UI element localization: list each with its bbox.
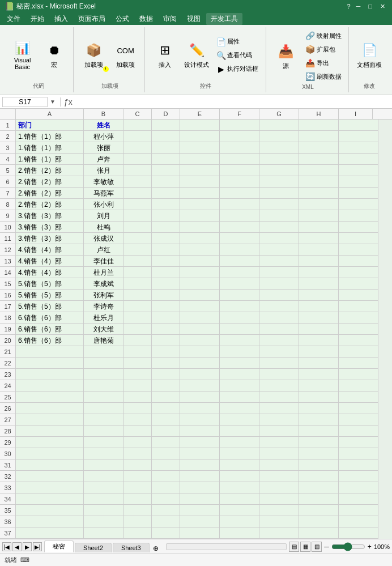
cell-D17[interactable]	[152, 301, 180, 312]
cell-G7[interactable]	[259, 188, 299, 199]
cell-B4[interactable]: 卢奔	[84, 154, 123, 165]
document-panel-button[interactable]: 📄 文档面板	[355, 39, 384, 72]
cell-D24[interactable]	[152, 380, 180, 391]
cell-I31[interactable]	[339, 459, 378, 471]
cell-C36[interactable]	[123, 516, 152, 527]
row-number-1[interactable]: 1	[0, 120, 16, 131]
cell-B29[interactable]	[84, 437, 123, 448]
cell-B24[interactable]	[84, 380, 123, 391]
row-number-25[interactable]: 25	[0, 391, 16, 403]
cell-C15[interactable]	[123, 278, 152, 290]
cell-H17[interactable]	[299, 301, 339, 312]
cell-C10[interactable]	[123, 222, 152, 233]
cell-B1[interactable]: 姓名	[84, 120, 123, 131]
cell-E12[interactable]	[180, 244, 220, 256]
cell-I20[interactable]	[339, 335, 378, 346]
row-number-2[interactable]: 2	[0, 131, 16, 142]
cell-A24[interactable]	[16, 380, 84, 391]
cell-E6[interactable]	[180, 176, 220, 188]
cell-D16[interactable]	[152, 290, 180, 301]
cell-D19[interactable]	[152, 324, 180, 335]
cell-B32[interactable]	[84, 471, 123, 482]
cell-B5[interactable]: 张月	[84, 165, 123, 176]
cell-F3[interactable]	[220, 142, 259, 154]
menu-view[interactable]: 视图	[182, 13, 205, 25]
col-header-A[interactable]: A	[16, 109, 84, 119]
cell-E3[interactable]	[180, 142, 220, 154]
col-header-H[interactable]: H	[299, 109, 339, 119]
zoom-minus-button[interactable]: ─	[324, 543, 329, 551]
cell-B2[interactable]: 程小萍	[84, 131, 123, 142]
cell-D25[interactable]	[152, 391, 180, 403]
cell-F7[interactable]	[220, 188, 259, 199]
cell-C4[interactable]	[123, 154, 152, 165]
cell-I17[interactable]	[339, 301, 378, 312]
cell-A15[interactable]: 5.销售（5）部	[16, 278, 84, 290]
cell-H4[interactable]	[299, 154, 339, 165]
cell-F29[interactable]	[220, 437, 259, 448]
cell-F27[interactable]	[220, 414, 259, 425]
cell-I29[interactable]	[339, 437, 378, 448]
cell-G16[interactable]	[259, 290, 299, 301]
cell-E11[interactable]	[180, 233, 220, 244]
zoom-slider[interactable]	[331, 542, 365, 551]
sheet-tab-mimi[interactable]: 秘密	[44, 541, 74, 552]
cell-B16[interactable]: 张利军	[84, 290, 123, 301]
cell-F26[interactable]	[220, 403, 259, 414]
cell-D23[interactable]	[152, 369, 180, 380]
cell-D37[interactable]	[152, 527, 180, 539]
cell-F35[interactable]	[220, 505, 259, 516]
cell-C27[interactable]	[123, 414, 152, 425]
cell-C13[interactable]	[123, 256, 152, 267]
cell-A31[interactable]	[16, 459, 84, 471]
row-number-34[interactable]: 34	[0, 493, 16, 505]
cell-E18[interactable]	[180, 312, 220, 324]
run-dialog-button[interactable]: ▶ 执行对话框	[214, 63, 261, 75]
cell-C18[interactable]	[123, 312, 152, 324]
cell-C16[interactable]	[123, 290, 152, 301]
cell-H36[interactable]	[299, 516, 339, 527]
cell-I34[interactable]	[339, 493, 378, 505]
row-number-26[interactable]: 26	[0, 403, 16, 414]
row-number-12[interactable]: 12	[0, 244, 16, 256]
col-header-D[interactable]: D	[152, 109, 180, 119]
cell-C20[interactable]	[123, 335, 152, 346]
zoom-plus-button[interactable]: +	[368, 543, 372, 551]
cell-D22[interactable]	[152, 358, 180, 369]
cell-H7[interactable]	[299, 188, 339, 199]
cell-H21[interactable]	[299, 346, 339, 358]
cell-A12[interactable]: 4.销售（4）部	[16, 244, 84, 256]
horizontal-scrollbar[interactable]	[166, 543, 287, 550]
cell-G17[interactable]	[259, 301, 299, 312]
menu-developer[interactable]: 开发工具	[206, 13, 242, 25]
cell-G19[interactable]	[259, 324, 299, 335]
cell-I21[interactable]	[339, 346, 378, 358]
cell-H33[interactable]	[299, 482, 339, 493]
row-number-36[interactable]: 36	[0, 516, 16, 527]
cell-A33[interactable]	[16, 482, 84, 493]
sheet-nav-prev[interactable]: ◀	[12, 542, 22, 551]
cell-D35[interactable]	[152, 505, 180, 516]
cell-E5[interactable]	[180, 165, 220, 176]
cell-C19[interactable]	[123, 324, 152, 335]
cell-F33[interactable]	[220, 482, 259, 493]
cell-C2[interactable]	[123, 131, 152, 142]
cell-G8[interactable]	[259, 199, 299, 210]
cell-G20[interactable]	[259, 335, 299, 346]
cell-B27[interactable]	[84, 414, 123, 425]
cell-A18[interactable]: 6.销售（6）部	[16, 312, 84, 324]
sheet-tab-add-icon[interactable]: ⊕	[153, 544, 159, 552]
cell-I5[interactable]	[339, 165, 378, 176]
sheet-tab-sheet2[interactable]: Sheet2	[75, 543, 112, 552]
cell-G31[interactable]	[259, 459, 299, 471]
cell-A2[interactable]: 1.销售（1）部	[16, 131, 84, 142]
row-number-23[interactable]: 23	[0, 369, 16, 380]
cell-C30[interactable]	[123, 448, 152, 459]
cell-A37[interactable]	[16, 527, 84, 539]
macro-button[interactable]: ⏺ 宏	[40, 39, 69, 72]
cell-A1[interactable]: 部门	[16, 120, 84, 131]
menu-home[interactable]: 开始	[26, 13, 49, 25]
cell-B22[interactable]	[84, 358, 123, 369]
cell-H22[interactable]	[299, 358, 339, 369]
cell-E19[interactable]	[180, 324, 220, 335]
